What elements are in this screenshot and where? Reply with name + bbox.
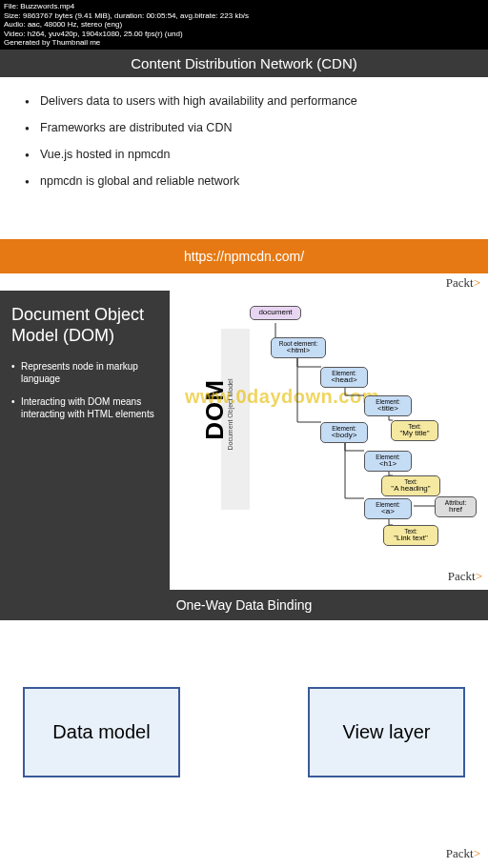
- slide1-bullet: Delivers data to users with high availab…: [25, 94, 463, 108]
- url-banner: https://npmcdn.com/: [0, 239, 488, 273]
- data-model-box: Data model: [23, 687, 180, 777]
- video-metadata-overlay: File: Buzzwords.mp4 Size: 9863767 bytes …: [0, 0, 488, 50]
- dom-node-title-text: Text:"My title": [391, 420, 438, 441]
- dom-node-href: Attribut:href: [435, 496, 477, 517]
- slide2-title: Document Object Model (DOM): [11, 304, 158, 347]
- dom-node-h1-text: Text:"A heading": [381, 475, 440, 496]
- dom-node-h1: Element:<h1>: [364, 451, 412, 472]
- dom-node-html: Root element:<html>: [271, 337, 326, 358]
- brand-row: Packt>: [0, 273, 488, 291]
- meta-file: File: Buzzwords.mp4: [4, 2, 484, 11]
- meta-video: Video: h264, yuv420p, 1904x1080, 25.00 f…: [4, 30, 484, 39]
- dom-node-document: document: [250, 306, 301, 320]
- slide2-bullet: Represents node in markup language: [11, 360, 158, 386]
- slide3-title: One-Way Data Binding: [0, 590, 488, 620]
- meta-gen: Generated by Thumbnail me: [4, 38, 484, 48]
- slide1-bullet: Frameworks are distributed via CDN: [25, 121, 463, 134]
- slide1-bullet: npmcdn is global and reliable network: [25, 174, 463, 188]
- slide2-sidebar: Document Object Model (DOM) Represents n…: [0, 291, 170, 590]
- brand-logo: Packt>: [448, 569, 482, 583]
- meta-audio: Audio: aac, 48000 Hz, stereo (eng): [4, 20, 484, 30]
- slide2-diagram: DOM Document Object Model www.0daydown.c…: [170, 291, 488, 590]
- slide2: Document Object Model (DOM) Represents n…: [0, 291, 488, 590]
- brand-logo: Packt>: [446, 275, 480, 290]
- dom-node-body: Element:<body>: [320, 422, 368, 443]
- dom-node-head: Element:<head>: [320, 367, 368, 388]
- brand-row: Packt>: [175, 567, 482, 584]
- view-layer-box: View layer: [308, 687, 465, 777]
- slide1-title: Content Distribution Network (CDN): [0, 50, 488, 77]
- brand-row: Packt>: [0, 816, 488, 861]
- slide1-bullet: Vue.js hosted in npmcdn: [25, 148, 463, 161]
- dom-node-a: Element:<a>: [364, 498, 412, 519]
- slide2-bullet: Interacting with DOM means interacting w…: [11, 395, 158, 421]
- slide1-body: Delivers data to users with high availab…: [0, 77, 488, 239]
- dom-node-title: Element:<title>: [364, 395, 412, 416]
- brand-logo: Packt>: [446, 846, 480, 860]
- slide3-body: Data model View layer: [0, 620, 488, 816]
- dom-node-a-text: Text:"Link text": [383, 525, 438, 546]
- meta-size: Size: 9863767 bytes (9.41 MiB), duration…: [4, 11, 484, 21]
